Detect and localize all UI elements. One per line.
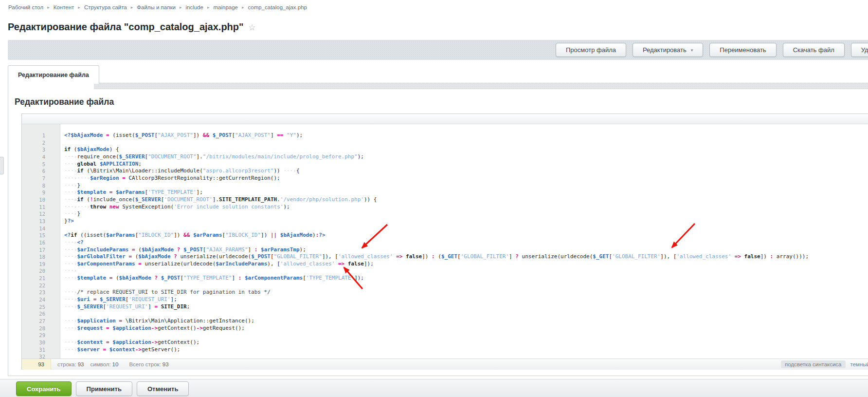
button-label: Редактировать bbox=[643, 46, 687, 54]
line-number: 5 bbox=[22, 161, 45, 168]
apply-button[interactable]: Применить bbox=[76, 381, 132, 396]
line-number: 15 bbox=[22, 232, 45, 239]
code-line: ···›$uri = $_SERVER['REQUEST_URI']; bbox=[64, 296, 868, 303]
page-title-text: Редактирование файла "comp_catalog_ajax.… bbox=[8, 21, 244, 32]
footer-buttons: СохранитьПрименитьОтменить bbox=[16, 381, 189, 396]
tab-edit-file[interactable]: Редактирование файла bbox=[8, 65, 99, 84]
line-number: 6 bbox=[22, 168, 45, 175]
save-button[interactable]: Сохранить bbox=[16, 381, 72, 396]
line-number: 9 bbox=[22, 189, 45, 196]
line-number: 14 bbox=[22, 225, 45, 232]
code-line: ···› bbox=[64, 267, 868, 275]
line-number: 17 bbox=[22, 246, 45, 254]
line-number: 31 bbox=[22, 346, 45, 354]
toolbar: Просмотр файлаРедактировать▾Переименоват… bbox=[8, 40, 868, 60]
line-number: 10 bbox=[22, 196, 45, 204]
code-line: ···›$template = ($bAjaxMode ? $_POST["TY… bbox=[64, 275, 868, 282]
breadcrumb-item[interactable]: Контент bbox=[54, 4, 74, 10]
code-line: if ($bAjaxMode) { bbox=[64, 146, 868, 153]
status-total-lines: Всего строк:93 bbox=[129, 361, 168, 367]
panel-top-strip bbox=[94, 83, 868, 89]
dropdown-caret-icon: ▾ bbox=[691, 48, 693, 53]
code-editor: 1234567891011121314151617181920212223242… bbox=[21, 113, 868, 370]
editor-status-bar: 93 строка:93 символ:10 Всего строк:93 по… bbox=[22, 359, 868, 370]
line-number: 4 bbox=[22, 153, 45, 161]
line-number: 20 bbox=[22, 267, 45, 275]
breadcrumb-arrow-icon: ▸ bbox=[47, 5, 50, 10]
line-number: 24 bbox=[22, 296, 45, 303]
line-number: 18 bbox=[22, 253, 45, 261]
status-line: строка:93 bbox=[57, 361, 84, 367]
toolbar-button-download-file[interactable]: Скачать файл bbox=[783, 43, 845, 57]
syntax-highlight-toggle[interactable]: подсветка синтаксиса bbox=[781, 360, 846, 368]
breadcrumb: Рабочий стол▸Контент▸Структура сайта▸Фай… bbox=[8, 4, 307, 10]
toolbar-button-edit[interactable]: Редактировать▾ bbox=[633, 43, 703, 57]
breadcrumb-item[interactable]: comp_catalog_ajax.php bbox=[248, 4, 307, 10]
page-title: Редактирование файла "comp_catalog_ajax.… bbox=[8, 21, 256, 33]
toolbar-buttons: Просмотр файлаРедактировать▾Переименоват… bbox=[556, 43, 868, 57]
breadcrumb-item[interactable]: mainpage bbox=[213, 4, 238, 10]
toolbar-button-delete[interactable]: Удалить bbox=[851, 43, 868, 57]
line-number: 22 bbox=[22, 282, 45, 289]
breadcrumb-arrow-icon: ▸ bbox=[180, 5, 182, 10]
footer-bar: СохранитьПрименитьОтменить bbox=[0, 379, 868, 397]
line-number: 12 bbox=[22, 210, 45, 218]
line-number: 23 bbox=[22, 289, 45, 296]
code-line bbox=[64, 282, 868, 289]
code-line: ···›<? bbox=[64, 239, 868, 246]
code-line: ···›if (\Bitrix\Main\Loader::includeModu… bbox=[64, 168, 868, 175]
code-line: ···›} bbox=[64, 210, 868, 218]
line-number: 26 bbox=[22, 310, 45, 318]
status-column: символ:10 bbox=[90, 361, 118, 367]
breadcrumb-item[interactable]: include bbox=[185, 4, 203, 10]
code-line: ···›$request = $application->getContext(… bbox=[64, 325, 868, 332]
line-number: 13 bbox=[22, 218, 45, 225]
breadcrumb-arrow-icon: ▸ bbox=[78, 5, 80, 10]
status-toggles: подсветка синтаксиса темный фон bbox=[781, 359, 868, 370]
button-label: Удалить bbox=[861, 46, 868, 54]
breadcrumb-item[interactable]: Рабочий стол bbox=[8, 4, 43, 10]
section-heading: Редактирование файла bbox=[15, 97, 114, 107]
dark-theme-toggle[interactable]: темный фон bbox=[850, 361, 868, 367]
line-number: 3 bbox=[22, 146, 45, 153]
code-line: ···›require_once($_SERVER["DOCUMENT_ROOT… bbox=[64, 153, 868, 161]
code-line bbox=[64, 139, 868, 147]
code-line: ···›global $APPLICATION; bbox=[64, 161, 868, 168]
line-number: 19 bbox=[22, 261, 45, 268]
code-line: ···›$context = $application->getContext(… bbox=[64, 339, 868, 346]
code-line: ···›} bbox=[64, 182, 868, 189]
code-line: }?> bbox=[64, 218, 868, 225]
line-number: 21 bbox=[22, 275, 45, 282]
code-line: ···›if (!include_once($_SERVER['DOCUMENT… bbox=[64, 196, 868, 204]
favorite-star-icon[interactable]: ☆ bbox=[249, 23, 256, 32]
breadcrumb-arrow-icon: ▸ bbox=[131, 5, 133, 10]
button-label: Переименовать bbox=[720, 46, 766, 54]
line-number: 25 bbox=[22, 303, 45, 311]
code-line: ···›$_SERVER['REQUEST_URI'] = SITE_DIR; bbox=[64, 303, 868, 311]
code-line: <?if ((isset($arParams["IBLOCK_ID"]) && … bbox=[64, 232, 868, 239]
editor-code[interactable]: <?$bAjaxMode = (isset($_POST["AJAX_POST"… bbox=[60, 124, 868, 359]
breadcrumb-item[interactable]: Структура сайта bbox=[84, 4, 127, 10]
line-number: 1 bbox=[22, 132, 45, 139]
code-line: ···›$server = $context->getServer(); bbox=[64, 346, 868, 354]
line-number: 29 bbox=[22, 332, 45, 339]
editor-body: 1234567891011121314151617181920212223242… bbox=[22, 124, 868, 359]
breadcrumb-item[interactable]: Файлы и папки bbox=[137, 4, 176, 10]
cancel-button[interactable]: Отменить bbox=[137, 381, 189, 396]
editor-gutter: 1234567891011121314151617181920212223242… bbox=[22, 124, 60, 359]
code-line bbox=[64, 332, 868, 339]
button-label: Просмотр файла bbox=[566, 46, 616, 54]
code-line bbox=[64, 310, 868, 318]
line-number: 30 bbox=[22, 339, 45, 346]
toolbar-button-rename[interactable]: Переименовать bbox=[709, 43, 776, 57]
code-line: ···›$arGlobalFilter = ($bAjaxMode ? unse… bbox=[64, 253, 868, 261]
code-line: ···›$template = $arParams['TYPE_TEMPLATE… bbox=[64, 189, 868, 196]
breadcrumb-arrow-icon: ▸ bbox=[207, 5, 210, 10]
code-line: ···›$application = \Bitrix\Main\Applicat… bbox=[64, 318, 868, 325]
line-number: 11 bbox=[22, 204, 45, 211]
sidebar-collapse-handle[interactable] bbox=[0, 157, 4, 174]
line-number: 28 bbox=[22, 325, 45, 332]
code-line: ···›/* replace REQUEST_URI to SITE_DIR f… bbox=[64, 289, 868, 296]
line-number: 7 bbox=[22, 175, 45, 182]
toolbar-button-view-file[interactable]: Просмотр файла bbox=[556, 43, 626, 57]
